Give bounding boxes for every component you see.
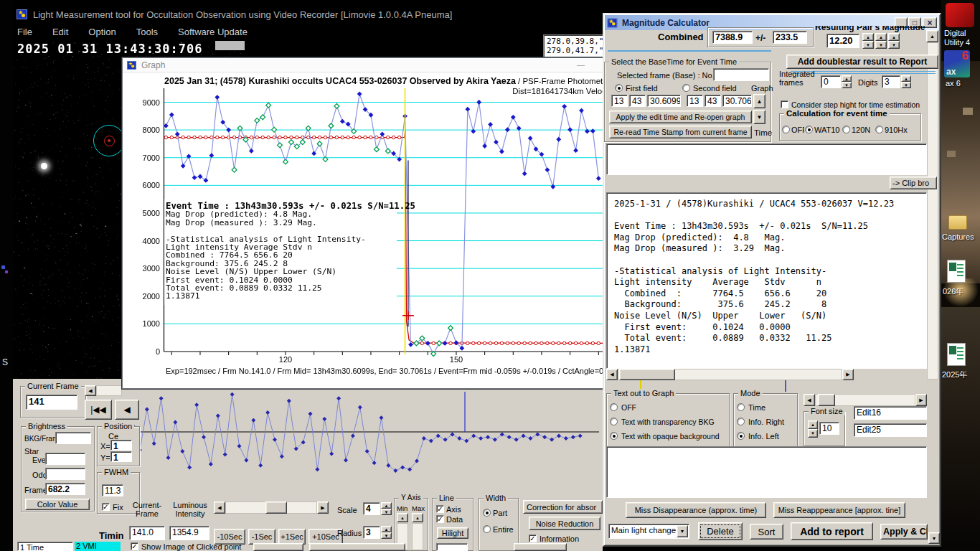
scratch-textbox[interactable] (606, 143, 927, 175)
menu-option[interactable]: Option (88, 27, 116, 37)
frame-scrollbar-track[interactable] (96, 385, 122, 396)
spin-down-icon[interactable]: ▼ (875, 41, 887, 49)
add-to-report-button[interactable]: Add to report (791, 522, 873, 540)
cut-button-2[interactable] (309, 543, 405, 551)
menu-tools[interactable]: Tools (136, 27, 158, 37)
frame-scroll-left-button[interactable]: ◀ (85, 385, 96, 396)
magcalc-vscroll-track[interactable] (927, 42, 938, 380)
radius-down-icon[interactable]: ▼ (381, 532, 392, 539)
cut-field[interactable] (436, 543, 468, 551)
hilight-button[interactable]: Hilight (437, 527, 468, 539)
report-hscroll-thumb[interactable] (619, 369, 675, 380)
desktop-icon-spreadsheet-1[interactable] (947, 260, 966, 283)
miss-reappearance-button[interactable]: Miss Reapppearance [approx. tine] (773, 502, 905, 518)
time2-hour-field[interactable]: 13 (687, 95, 703, 107)
minus-1sec-button[interactable]: -1Sec (248, 529, 275, 545)
light-change-dropdown[interactable]: Main light change ▼ (608, 524, 689, 539)
delete-button[interactable]: Delete (698, 522, 743, 540)
textout-transparency-radio[interactable] (610, 418, 618, 425)
apply-edit-time-button[interactable]: Apply the edit time and Re-open graph (609, 110, 752, 123)
time1-hour-field[interactable]: 13 (611, 95, 628, 107)
spin-up-icon[interactable]: ▲ (875, 33, 887, 41)
digits-field[interactable]: 3 (882, 75, 900, 88)
graph-minimize-icon[interactable]: — (577, 60, 585, 69)
desktop-icon-2026-label[interactable]: 026年 (943, 287, 963, 296)
position-y-field[interactable]: 1 (110, 451, 132, 462)
noise-reduction-button[interactable]: Noise Reduction (529, 517, 600, 530)
plus-1sec-button[interactable]: +1Sec (278, 529, 306, 545)
desktop-icon-folder[interactable] (948, 215, 967, 230)
spin-up-icon[interactable]: ▲ (808, 420, 818, 429)
current-frame-value[interactable]: 141 (26, 395, 77, 410)
frame-brightness-field[interactable]: 682.2 (45, 483, 85, 495)
edit16-field[interactable]: Edit16 (854, 406, 927, 420)
time1-sec-field[interactable]: 30.60994 (647, 95, 681, 107)
font-size-spinner[interactable]: ▲▼ (808, 420, 818, 438)
report-textarea[interactable]: 2025-1-31 / (4578)Kurashiki / UCAC4 553-… (606, 192, 927, 369)
combined-value-field[interactable]: 7388.9 (712, 31, 753, 44)
menu-edit[interactable]: Edit (52, 27, 68, 37)
fwhm-fix-checkbox[interactable] (102, 503, 110, 511)
light-curve-chart[interactable]: 0100020003000400050006000700080009000120… (123, 72, 608, 388)
cut-button-1[interactable] (253, 543, 303, 551)
report-scroll-right[interactable]: ▶ (842, 369, 854, 380)
correction-absorption-button[interactable]: Correction for absor (523, 500, 603, 514)
desktop-icon-red-app[interactable] (946, 3, 974, 27)
luminous-intensity-value[interactable]: 1354.9 (169, 526, 209, 540)
playback-scroll-left[interactable]: ◀ (214, 501, 225, 514)
font-size-field[interactable]: 10 (819, 422, 839, 435)
spin-up-icon[interactable]: ▲ (862, 33, 874, 41)
apply-close-button[interactable]: Apply & Close (880, 524, 928, 540)
spin-down-icon[interactable]: ▼ (862, 41, 874, 49)
font-scroll-left[interactable]: ◀ (804, 394, 815, 406)
magcalc-scroll-down-button[interactable]: ▼ (928, 532, 940, 544)
clip-board-button[interactable]: -> Clip bro (890, 176, 937, 189)
width-entire-radio[interactable] (483, 525, 491, 533)
spin-down-icon[interactable]: ▼ (808, 429, 818, 438)
playback-scrollbar-thumb[interactable] (265, 501, 287, 514)
time-down-button[interactable]: ▼ (753, 110, 765, 124)
time1-min-field[interactable]: 43 (629, 95, 646, 107)
calc-off-radio[interactable] (782, 126, 790, 133)
textout-off-radio[interactable] (610, 403, 618, 411)
graph-titlebar[interactable]: Graph — (123, 58, 608, 72)
timing-dropdown[interactable]: 1 Time (17, 542, 73, 551)
calc-910hx-radio[interactable] (875, 126, 883, 133)
spin-down-icon[interactable]: ▼ (888, 41, 900, 49)
font-scroll-right[interactable]: ▶ (915, 394, 927, 406)
textout-opaque-radio[interactable] (610, 432, 618, 440)
scale-field[interactable]: 4 (363, 502, 380, 515)
rewind-button[interactable]: |◀◀ (85, 400, 112, 420)
miss-disappearance-button[interactable]: Miss Disappearance (approx. time) (626, 502, 766, 518)
selected-frame-input[interactable] (713, 68, 769, 81)
mode-info-left-radio[interactable] (737, 432, 745, 440)
cut-button-3[interactable] (514, 543, 567, 551)
edit25-field[interactable]: Edit25 (854, 423, 927, 437)
menu-file[interactable]: File (17, 27, 32, 37)
desktop-icon-spreadsheet-2[interactable] (947, 343, 966, 366)
sort-button[interactable]: Sort (750, 524, 783, 540)
notes-textarea[interactable] (606, 446, 927, 498)
menu-software-update[interactable]: Software Update (178, 27, 248, 37)
timing-list-selected[interactable]: 2 VMI (75, 542, 121, 551)
scale-spinner[interactable]: ▲▼ (381, 502, 392, 515)
magnitude-spinner-1[interactable]: ▲▼ (862, 33, 874, 49)
width-part-radio[interactable] (483, 509, 491, 517)
time2-min-field[interactable]: 43 (705, 95, 721, 107)
dropdown-arrow-icon[interactable]: ▼ (677, 525, 688, 537)
show-image-checkbox[interactable] (131, 542, 138, 550)
scale-down-icon[interactable]: ▼ (381, 509, 392, 515)
magnitude-spinner-3[interactable]: ▲▼ (888, 33, 900, 49)
step-height-checkbox[interactable] (781, 100, 788, 108)
second-field-radio[interactable] (682, 84, 690, 92)
mode-info-right-radio[interactable] (737, 418, 745, 425)
spin-up-icon[interactable]: ▲ (888, 33, 900, 41)
radius-up-icon[interactable]: ▲ (381, 526, 392, 532)
desktop-icon-captures-label[interactable]: Captures (942, 232, 974, 242)
even-field[interactable] (45, 453, 85, 465)
information-checkbox[interactable] (529, 534, 537, 542)
odd-field[interactable] (45, 468, 85, 480)
fwhm-field[interactable]: 11.3 (102, 484, 123, 496)
integrated-frames-field[interactable]: 0 (821, 75, 841, 88)
playback-current-frame-value[interactable]: 141.0 (129, 526, 165, 540)
